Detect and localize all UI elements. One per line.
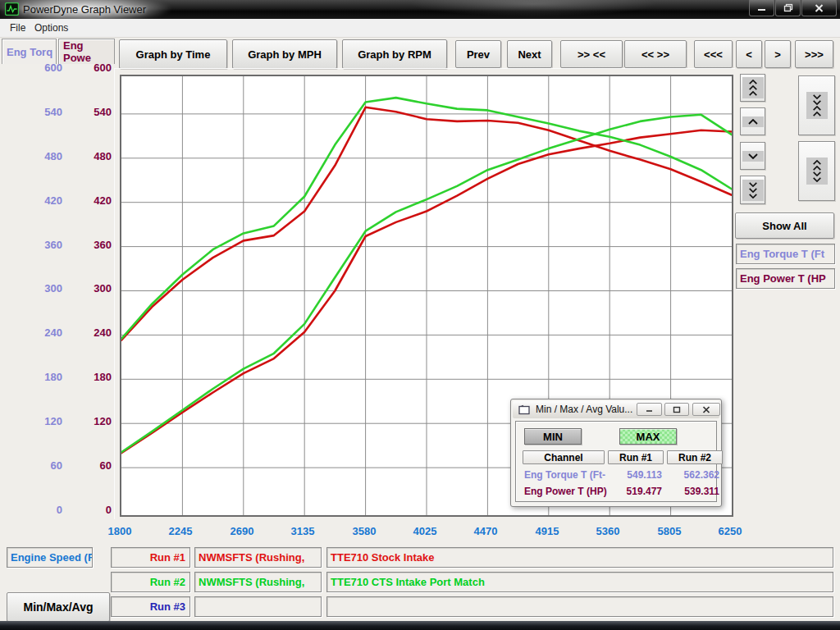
menu-bar: File Options [0, 19, 840, 38]
torque-tick-180: 180 [44, 371, 62, 383]
rpm-tick-4915: 4915 [523, 525, 572, 537]
show-all-button[interactable]: Show All [735, 212, 834, 239]
run1-desc-box[interactable]: TTE710 Stock Intake [326, 547, 833, 568]
power-tick-480: 480 [94, 150, 112, 162]
rpm-tick-6250: 6250 [705, 525, 755, 537]
rpm-tick-3135: 3135 [278, 525, 327, 537]
power-tick-300: 300 [94, 282, 112, 294]
torque-tick-360: 360 [44, 239, 62, 251]
collapse-vertical-button[interactable] [798, 75, 835, 135]
rpm-tick-1800: 1800 [95, 525, 144, 537]
rpm-axis-ticks: 1800224526903135358040254470491553605805… [0, 525, 840, 540]
minmax-col-run2[interactable]: Run #2 [667, 450, 723, 464]
minmax-window: Min / Max / Avg Valu... MIN MAX Channel … [510, 399, 722, 507]
next-button[interactable]: Next [507, 40, 552, 68]
collapse-vertical-icon [806, 92, 828, 119]
run3-label-box: Run #3 [111, 596, 190, 617]
torque-tick-240: 240 [44, 326, 62, 339]
rpm-tick-5805: 5805 [645, 525, 694, 537]
torque-tick-480: 480 [44, 150, 62, 162]
minmax-row-power-channel: Eng Power T (HP) [524, 486, 607, 497]
max-toggle-button[interactable]: MAX [619, 428, 677, 445]
minmax-row-power-run2: 539.311 [667, 486, 719, 497]
title-bar: PowerDyne Graph Viewer [0, 0, 840, 19]
torque-tick-540: 540 [44, 106, 62, 118]
minmax-close-icon[interactable] [692, 403, 720, 416]
graph-by-mph-button[interactable]: Graph by MPH [232, 39, 337, 69]
prev-button[interactable]: Prev [455, 40, 501, 68]
rpm-tick-3580: 3580 [340, 525, 389, 537]
run2-file-box[interactable]: NWMSFTS (Rushing, [194, 572, 322, 592]
minmax-titlebar[interactable]: Min / Max / Avg Valu... [513, 401, 719, 418]
window-controls [748, 0, 837, 16]
step-forward-button[interactable]: > [765, 40, 791, 68]
scroll-up-button[interactable] [740, 107, 765, 135]
scroll-up-fast-button[interactable] [740, 74, 765, 102]
run1-file-box[interactable]: NWMSFTS (Rushing, [194, 547, 322, 568]
power-tick-240: 240 [94, 326, 112, 339]
run3-desc-box[interactable] [326, 596, 833, 617]
graph-by-rpm-button[interactable]: Graph by RPM [342, 39, 447, 69]
channel-label-power[interactable]: Eng Power T (HP [736, 268, 835, 289]
minmax-row-torque-channel: Eng Torque T (Ft- [524, 469, 605, 481]
torque-tick-600: 600 [44, 62, 62, 74]
x-channel-box[interactable]: Engine Speed (RP [7, 547, 93, 568]
minimize-icon[interactable] [749, 0, 774, 16]
power-tick-600: 600 [94, 62, 112, 74]
zoom-out-button[interactable]: << >> [624, 40, 687, 68]
torque-tick-420: 420 [44, 194, 62, 207]
run3-file-box[interactable] [194, 596, 322, 617]
minmax-minimize-icon[interactable] [637, 403, 662, 416]
close-icon[interactable] [801, 0, 837, 16]
run2-label-box: Run #2 [111, 572, 190, 592]
power-tick-120: 120 [94, 415, 112, 427]
app-window: PowerDyne Graph Viewer File Options [0, 0, 840, 630]
zoom-in-button[interactable]: >> << [560, 40, 623, 68]
power-tick-540: 540 [94, 106, 112, 118]
minmax-window-title: Min / Max / Avg Valu... [536, 404, 632, 415]
minmax-row-power-run1: 519.477 [608, 486, 662, 497]
scroll-down-fast-button[interactable] [740, 176, 765, 204]
minmax-col-channel[interactable]: Channel [523, 450, 605, 464]
chevron-down-icon [742, 151, 764, 162]
torque-tick-120: 120 [44, 415, 62, 427]
forward-fast-button[interactable]: >>> [795, 40, 833, 68]
chevron-up-icon [742, 116, 764, 127]
expand-vertical-button[interactable] [798, 141, 835, 201]
expand-vertical-icon [806, 158, 828, 185]
power-tick-360: 360 [94, 239, 112, 251]
chevron-triple-up-icon [742, 77, 764, 98]
min-toggle-button[interactable]: MIN [524, 428, 582, 445]
minmax-restore-icon[interactable] [664, 403, 689, 416]
window-bottom-border [0, 621, 840, 630]
minmax-col-run1[interactable]: Run #1 [608, 450, 664, 464]
rpm-tick-5360: 5360 [583, 525, 632, 537]
scroll-down-button[interactable] [740, 142, 765, 170]
graph-by-time-button[interactable]: Graph by Time [119, 39, 227, 69]
rpm-tick-4025: 4025 [400, 525, 450, 537]
rpm-tick-2690: 2690 [217, 525, 267, 537]
minmax-row-torque-run1: 549.113 [608, 469, 662, 481]
rpm-tick-4470: 4470 [461, 525, 510, 537]
minmax-row-torque-run2: 562.362 [667, 469, 719, 481]
minmaxavg-button[interactable]: Min/Max/Avg [7, 592, 110, 622]
run1-label-box: Run #1 [111, 547, 190, 568]
step-back-button[interactable]: < [736, 40, 762, 68]
rewind-fast-button[interactable]: <<< [694, 40, 733, 68]
channel-label-torque[interactable]: Eng Torque T (Ft [736, 244, 835, 264]
power-tick-420: 420 [94, 194, 112, 207]
maximize-icon[interactable] [775, 0, 801, 16]
chevron-triple-down-icon [742, 180, 764, 201]
power-tick-180: 180 [94, 371, 112, 383]
power-tick-60: 60 [100, 459, 112, 472]
minmax-body: MIN MAX Channel Run #1 Run #2 Eng Torque… [515, 421, 717, 502]
minmax-window-icon [518, 404, 531, 415]
titlebar-glow-2 [410, 0, 656, 16]
power-tick-0: 0 [106, 504, 112, 516]
run2-desc-box[interactable]: TTE710 CTS Intake Port Match [326, 572, 833, 592]
rpm-tick-2245: 2245 [156, 525, 205, 537]
torque-tick-300: 300 [44, 282, 62, 294]
